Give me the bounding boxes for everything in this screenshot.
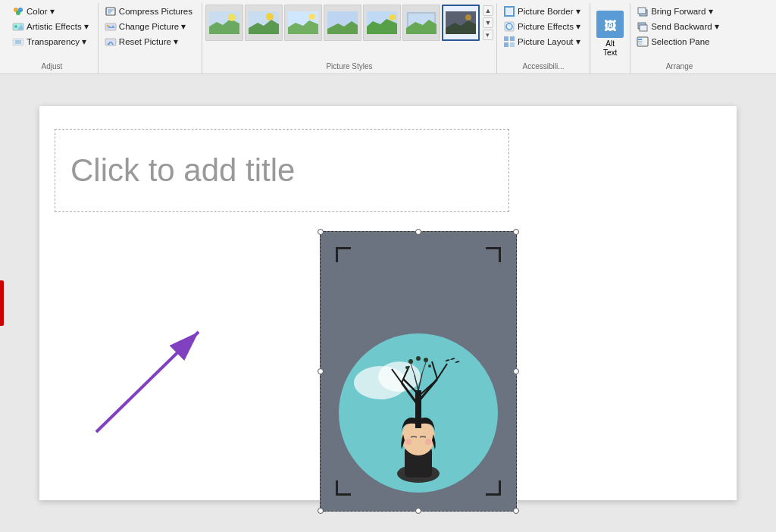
svg-text:🖼: 🖼 — [604, 20, 616, 33]
alt-text-label: AltText — [603, 39, 617, 58]
handle-top-middle[interactable] — [415, 229, 421, 235]
transparency-icon — [12, 36, 24, 48]
bring-forward-label: Bring Forward ▾ — [651, 6, 712, 17]
title-text: Click to add title — [70, 152, 295, 189]
picture-effects-icon — [503, 20, 515, 33]
arrange-label: Arrange — [630, 62, 728, 70]
svg-line-74 — [96, 332, 199, 432]
svg-rect-7 — [15, 40, 21, 44]
handle-top-right[interactable] — [513, 229, 519, 235]
svg-rect-39 — [638, 8, 646, 14]
handle-bottom-left[interactable] — [318, 508, 324, 514]
bracket-bottom-right — [486, 480, 501, 496]
picture-border-icon — [503, 5, 515, 17]
picture-border-label: Picture Border ▾ — [518, 6, 580, 17]
color-icon — [12, 5, 24, 17]
style-thumb-4[interactable] — [363, 5, 401, 41]
styles-scroll-down[interactable]: ▼ — [483, 17, 493, 28]
svg-rect-34 — [504, 42, 508, 47]
svg-point-16 — [228, 14, 236, 21]
picture-adjust-group: Compress Pictures Change Picture ▾ — [99, 3, 202, 74]
picture-layout-icon — [503, 36, 515, 48]
handle-bottom-right[interactable] — [513, 508, 519, 514]
artistic-effects-button[interactable]: Artistic Effects ▾ — [9, 20, 92, 33]
svg-rect-32 — [504, 36, 508, 41]
svg-rect-46 — [638, 43, 642, 45]
bracket-top-left — [336, 247, 351, 262]
selection-pane-label: Selection Pane — [651, 37, 709, 46]
svg-point-4 — [14, 25, 17, 28]
bring-forward-icon — [637, 5, 649, 17]
svg-point-18 — [266, 13, 274, 20]
svg-point-20 — [309, 14, 315, 20]
compress-label: Compress Pictures — [119, 7, 192, 16]
reset-picture-button[interactable]: Reset Picture ▾ — [102, 35, 196, 49]
arrange-group: Bring Forward ▾ Send Backward ▾ — [630, 3, 728, 74]
send-backward-button[interactable]: Send Backward ▾ — [634, 20, 722, 33]
picture-styles-group: ▲ ▼ ▾ Picture Styles — [202, 3, 497, 74]
picture-layout-button[interactable]: Picture Layout ▾ — [500, 35, 584, 49]
svg-rect-41 — [640, 25, 647, 31]
styles-scroll-up[interactable]: ▲ — [483, 5, 493, 16]
send-backward-label: Send Backward ▾ — [651, 21, 719, 32]
svg-point-23 — [390, 14, 396, 20]
svg-point-27 — [465, 14, 471, 20]
transparency-button[interactable]: Transparency ▾ — [9, 35, 92, 49]
ribbon: Color ▾ Artistic Effects ▾ — [0, 0, 776, 74]
handle-bottom-middle[interactable] — [415, 508, 421, 514]
selection-pane-button[interactable]: Selection Pane — [634, 35, 722, 49]
svg-point-13 — [107, 25, 108, 27]
red-accent — [0, 280, 4, 326]
picture-effects-button[interactable]: Picture Effects ▾ — [500, 20, 584, 33]
selection-pane-icon — [637, 36, 649, 48]
svg-rect-33 — [510, 36, 515, 41]
canvas-area: Click to add title — [0, 74, 776, 532]
picture-format-group: Picture Border ▾ Picture Effects ▾ — [497, 3, 590, 74]
transparency-label: Transparency ▾ — [27, 36, 86, 47]
adjust-label: Adjust — [6, 62, 98, 70]
svg-rect-44 — [638, 39, 642, 40]
styles-label: Picture Styles — [202, 62, 496, 70]
artistic-effects-icon — [12, 20, 24, 33]
svg-rect-35 — [510, 42, 515, 47]
color-label: Color ▾ — [27, 6, 55, 17]
accessibility-label: Accessibili... — [497, 62, 590, 70]
slide[interactable]: Click to add title — [39, 106, 737, 500]
artistic-effects-label: Artistic Effects ▾ — [27, 21, 89, 32]
change-picture-button[interactable]: Change Picture ▾ — [102, 20, 196, 33]
title-placeholder[interactable]: Click to add title — [55, 129, 509, 212]
handle-middle-right[interactable] — [513, 368, 519, 374]
style-thumb-1[interactable] — [245, 5, 283, 41]
picture-border-button[interactable]: Picture Border ▾ — [500, 5, 584, 18]
svg-rect-29 — [506, 8, 512, 14]
svg-rect-45 — [638, 41, 642, 42]
style-thumb-3[interactable] — [324, 5, 361, 41]
style-thumb-5[interactable] — [402, 5, 440, 41]
change-picture-icon — [105, 20, 117, 33]
handle-middle-left[interactable] — [318, 368, 324, 374]
handle-top-left[interactable] — [318, 229, 324, 235]
style-thumb-0[interactable] — [205, 5, 243, 41]
reset-picture-label: Reset Picture ▾ — [119, 36, 178, 47]
purple-arrow — [81, 318, 233, 440]
styles-scroll: ▲ ▼ ▾ — [483, 5, 493, 40]
selection-overlay — [320, 231, 517, 512]
svg-point-2 — [16, 11, 20, 15]
bring-forward-button[interactable]: Bring Forward ▾ — [634, 5, 722, 18]
adjust-group: Color ▾ Artistic Effects ▾ — [6, 3, 99, 74]
bracket-top-right — [486, 247, 501, 262]
styles-scroll-more[interactable]: ▾ — [483, 30, 493, 40]
change-picture-label: Change Picture ▾ — [119, 21, 186, 32]
reset-picture-icon — [105, 36, 117, 48]
bracket-bottom-left — [336, 480, 351, 496]
alt-text-icon: 🖼 — [596, 11, 624, 38]
picture-effects-label: Picture Effects ▾ — [518, 21, 580, 32]
selected-image-container[interactable] — [320, 231, 517, 512]
style-thumb-2[interactable] — [284, 5, 322, 41]
compress-pictures-button[interactable]: Compress Pictures — [102, 5, 196, 18]
color-button[interactable]: Color ▾ — [9, 5, 92, 18]
send-backward-icon — [637, 20, 649, 33]
style-thumb-6[interactable] — [442, 5, 480, 41]
alt-text-button[interactable]: 🖼 AltText — [590, 3, 630, 74]
compress-icon — [105, 5, 117, 17]
